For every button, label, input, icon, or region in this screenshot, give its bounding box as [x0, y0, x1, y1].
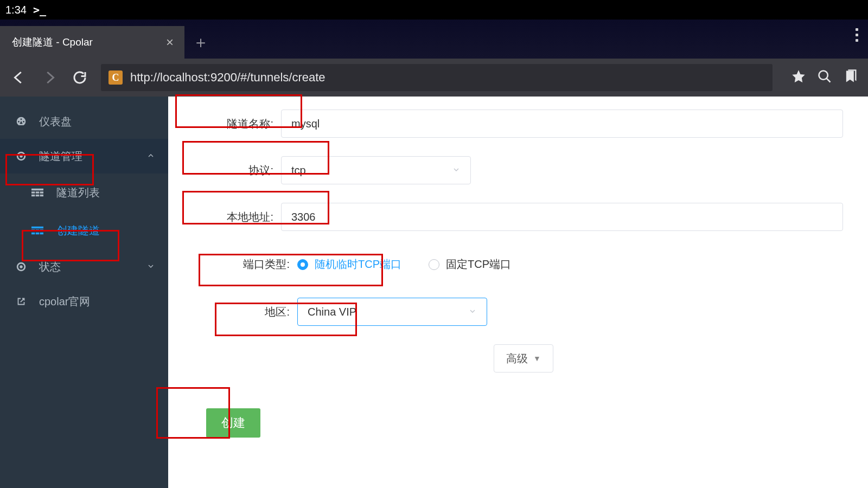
row-local-addr: 本地地址: 3306 [201, 203, 848, 231]
row-advanced: 高级 ▼ [201, 344, 848, 373]
terminal-icon: >_ [33, 3, 46, 16]
chevron-down-icon [468, 306, 477, 318]
svg-point-0 [819, 71, 828, 80]
chevron-up-icon [146, 150, 155, 163]
sidebar-item-dashboard[interactable]: 仪表盘 [0, 104, 168, 139]
table-icon [31, 226, 46, 235]
bookmarks-icon[interactable] [843, 69, 858, 86]
radio-random-port[interactable]: 随机临时TCP端口 [297, 257, 401, 272]
search-icon[interactable] [817, 69, 832, 86]
browser-toolbar: C http://localhost:9200/#/tunnels/create [0, 59, 868, 97]
site-favicon: C [108, 70, 123, 85]
sidebar-item-tunnel-list[interactable]: 隧道列表 [0, 174, 168, 211]
gauge-icon [14, 115, 28, 127]
main-content: 隧道名称: mysql 协议: tcp 本地地址: 3306 端口类型: 随机临… [168, 97, 868, 488]
label-local-addr: 本地地址: [201, 210, 281, 224]
reload-button[interactable] [71, 68, 89, 87]
row-port-type: 端口类型: 随机临时TCP端口 固定TCP端口 [201, 257, 848, 272]
external-link-icon [14, 296, 28, 307]
chevron-down-icon [452, 164, 461, 177]
select-region[interactable]: China VIP [297, 298, 487, 326]
clock: 1:34 [5, 4, 27, 16]
page-body: 仪表盘 隧道管理 隧道列表 创建隧道 状态 cpolar官网 隧道名称: mys… [0, 97, 868, 488]
sidebar-item-label: 隧道管理 [39, 149, 82, 164]
bookmark-star-icon[interactable] [791, 69, 806, 86]
sidebar-item-label: cpolar官网 [39, 294, 90, 309]
sidebar-item-status[interactable]: 状态 [0, 249, 168, 284]
select-protocol[interactable]: tcp [281, 156, 471, 184]
sidebar-item-label: 仪表盘 [39, 114, 72, 129]
radio-icon [297, 259, 308, 270]
target-icon [14, 150, 28, 162]
target-icon [14, 261, 28, 273]
radio-icon [429, 259, 439, 270]
sidebar-item-label: 创建隧道 [56, 223, 100, 238]
radio-fixed-port[interactable]: 固定TCP端口 [429, 257, 511, 272]
row-protocol: 协议: tcp [201, 156, 848, 184]
label-tunnel-name: 隧道名称: [201, 117, 281, 131]
close-icon[interactable]: × [166, 36, 174, 49]
browser-tab-strip: 创建隧道 - Cpolar × ＋ [0, 20, 868, 59]
table-icon [31, 188, 46, 197]
caret-down-icon: ▼ [533, 354, 541, 363]
sidebar-item-tunnel-mgmt[interactable]: 隧道管理 [0, 139, 168, 174]
tab-title: 创建隧道 - Cpolar [12, 35, 158, 49]
input-local-addr[interactable]: 3306 [281, 203, 843, 231]
tab-overflow-menu-icon[interactable] [856, 28, 858, 42]
label-region: 地区: [201, 305, 297, 319]
sidebar-item-official-site[interactable]: cpolar官网 [0, 284, 168, 319]
row-tunnel-name: 隧道名称: mysql [201, 110, 848, 138]
input-tunnel-name[interactable]: mysql [281, 110, 843, 138]
sidebar-item-label: 隧道列表 [56, 185, 100, 200]
advanced-button[interactable]: 高级 ▼ [494, 344, 553, 373]
sidebar-item-create-tunnel[interactable]: 创建隧道 [0, 211, 168, 249]
browser-tab-active[interactable]: 创建隧道 - Cpolar × [0, 26, 184, 59]
chevron-down-icon [146, 261, 155, 273]
label-port-type: 端口类型: [201, 257, 297, 272]
sidebar: 仪表盘 隧道管理 隧道列表 创建隧道 状态 cpolar官网 [0, 97, 168, 488]
forward-button[interactable] [40, 68, 59, 87]
label-protocol: 协议: [201, 163, 281, 178]
row-region: 地区: China VIP [201, 298, 848, 326]
url-text: http://localhost:9200/#/tunnels/create [130, 70, 765, 85]
sidebar-item-label: 状态 [39, 260, 61, 274]
android-status-bar: 1:34 >_ [0, 0, 868, 20]
address-bar[interactable]: C http://localhost:9200/#/tunnels/create [101, 64, 773, 91]
create-button[interactable]: 创建 [206, 408, 260, 438]
back-button[interactable] [10, 68, 28, 87]
new-tab-button[interactable]: ＋ [184, 26, 217, 59]
